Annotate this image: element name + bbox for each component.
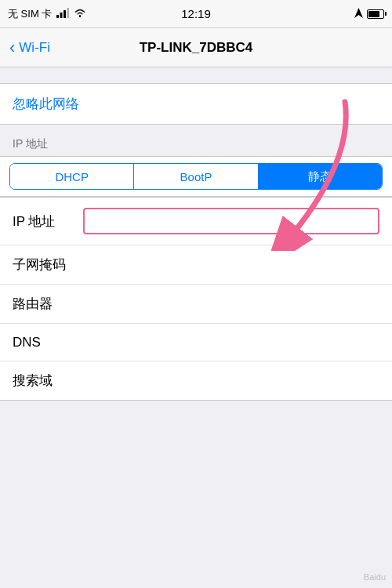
search-domain-label: 搜索域	[13, 372, 83, 390]
svg-rect-2	[64, 10, 66, 18]
svg-rect-3	[67, 8, 70, 18]
segment-static[interactable]: 静态	[259, 164, 382, 189]
dns-label: DNS	[13, 335, 83, 350]
nav-back-button[interactable]: ‹ Wi-Fi	[9, 39, 50, 56]
status-right	[354, 8, 384, 20]
carrier-label: 无 SIM 卡	[8, 7, 52, 21]
ip-address-input-wrapper[interactable]	[83, 208, 379, 234]
segment-dhcp[interactable]: DHCP	[10, 164, 134, 189]
svg-rect-1	[60, 13, 63, 18]
dns-input[interactable]	[83, 335, 379, 350]
search-domain-input[interactable]	[83, 373, 379, 389]
ip-address-input[interactable]	[89, 213, 373, 229]
router-row: 路由器	[0, 285, 392, 324]
gps-icon	[354, 8, 363, 20]
back-chevron-icon: ‹	[9, 39, 15, 56]
ip-form-section: IP 地址 子网掩码 路由器 DNS 搜索域	[0, 197, 392, 401]
router-label: 路由器	[13, 295, 83, 313]
ip-mode-segment[interactable]: DHCP BootP 静态	[9, 163, 383, 190]
dns-row: DNS	[0, 324, 392, 361]
nav-back-label: Wi-Fi	[19, 40, 50, 56]
ignore-network-section[interactable]: 忽略此网络	[0, 83, 392, 125]
status-left: 无 SIM 卡	[8, 7, 86, 21]
ignore-network-label: 忽略此网络	[13, 96, 79, 111]
signal-icon	[56, 8, 69, 20]
search-domain-row: 搜索域	[0, 361, 392, 400]
svg-marker-5	[354, 8, 363, 18]
ip-address-label: IP 地址	[13, 212, 83, 230]
svg-rect-0	[56, 15, 59, 18]
ip-address-row: IP 地址	[0, 198, 392, 245]
battery-icon	[367, 9, 384, 19]
status-bar: 无 SIM 卡 12:19	[0, 0, 392, 28]
router-input[interactable]	[83, 296, 379, 312]
ip-section-header: IP 地址	[0, 125, 392, 156]
nav-bar: ‹ Wi-Fi TP-LINK_7DBBC4	[0, 28, 392, 67]
watermark: Baidu	[364, 572, 386, 582]
svg-point-4	[79, 15, 81, 16]
subnet-mask-row: 子网掩码	[0, 245, 392, 285]
subnet-mask-input[interactable]	[83, 257, 379, 273]
wifi-icon	[74, 8, 86, 20]
subnet-mask-label: 子网掩码	[13, 256, 83, 274]
status-time: 12:19	[181, 7, 211, 20]
nav-title: TP-LINK_7DBBC4	[140, 40, 253, 56]
segment-control-wrap: DHCP BootP 静态	[0, 156, 392, 197]
segment-bootp[interactable]: BootP	[134, 164, 258, 189]
